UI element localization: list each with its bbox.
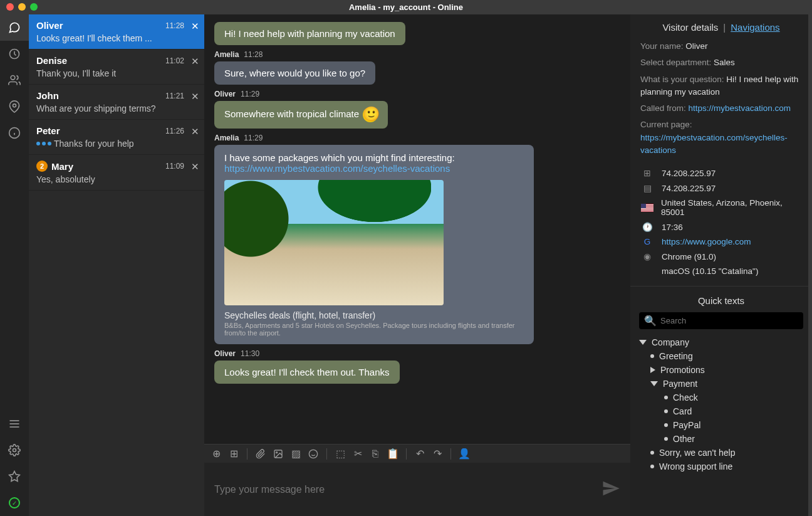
conversation-list: Oliver 11:28 ✕ Looks great! I'll check t… xyxy=(29,14,204,516)
message-meta: Amelia11:28 xyxy=(214,50,620,59)
conversation-preview: Thank you, I'll take it xyxy=(36,68,197,78)
ip-icon: ⊞ xyxy=(640,168,654,178)
visitor-host-row: ▤74.208.225.97 xyxy=(640,181,802,196)
redo-icon[interactable]: ↷ xyxy=(432,448,443,460)
flag-icon xyxy=(640,204,653,212)
qt-node-sorry[interactable]: Sorry, we can't help xyxy=(650,446,803,460)
visitor-called-from-row: Called from: https://mybestvacation.com xyxy=(640,102,802,115)
chat-icon[interactable] xyxy=(0,14,29,41)
conversation-item[interactable]: Peter 11:26 ✕ Thanks for your help xyxy=(29,120,204,155)
svg-point-2 xyxy=(13,104,16,107)
visitors-icon[interactable] xyxy=(0,67,29,93)
server-icon: ▤ xyxy=(640,183,654,193)
send-button[interactable] xyxy=(601,479,620,500)
clock-icon: 🕐 xyxy=(640,222,654,232)
link-preview-title: Seychelles deals (flight, hotel, transfe… xyxy=(224,310,524,320)
message-meta: Oliver11:29 xyxy=(214,90,620,98)
qt-node-payment[interactable]: Payment xyxy=(650,377,803,391)
qt-node-company[interactable]: Company xyxy=(639,335,803,349)
image-add-icon[interactable]: ▨ xyxy=(290,448,301,460)
visitor-time-row: 🕐17:36 xyxy=(640,219,802,234)
close-icon[interactable]: ✕ xyxy=(191,126,199,137)
navigations-link[interactable]: Navigations xyxy=(731,22,779,33)
qt-node-wrong[interactable]: Wrong support line xyxy=(650,460,803,473)
cut-icon[interactable]: ✂ xyxy=(352,448,363,460)
svg-point-9 xyxy=(13,449,16,452)
titlebar: Amelia - my_account - Online xyxy=(0,0,812,14)
qt-node-promotions[interactable]: Promotions xyxy=(650,363,803,377)
right-scrollbar[interactable] xyxy=(808,14,812,516)
close-icon[interactable]: ✕ xyxy=(191,21,199,32)
conversation-item[interactable]: Denise 11:02 ✕ Thank you, I'll take it xyxy=(29,50,204,85)
link-preview-description: B&Bs, Apartments and 5 star Hotels on Se… xyxy=(224,322,524,337)
svg-point-12 xyxy=(276,451,278,453)
conversation-name: 2Mary xyxy=(36,161,73,172)
conversation-preview: Yes, absolutely xyxy=(36,174,197,184)
quick-texts-search: 🔍 xyxy=(639,312,803,329)
attach-icon[interactable] xyxy=(255,448,266,460)
conversation-time: 11:09 xyxy=(165,162,184,171)
message-link[interactable]: https://www.mybestvacation.com/seychelle… xyxy=(224,163,450,174)
unread-badge: 2 xyxy=(36,161,48,172)
menu-icon[interactable] xyxy=(0,411,29,437)
close-icon[interactable]: ✕ xyxy=(191,91,199,102)
image-icon[interactable] xyxy=(273,448,284,460)
paste-icon[interactable]: 📋 xyxy=(387,448,398,460)
conversation-item[interactable]: John 11:21 ✕ What are your shipping term… xyxy=(29,85,204,120)
conversation-name: Oliver xyxy=(36,20,63,31)
close-icon[interactable]: ✕ xyxy=(191,161,199,172)
emoji-icon[interactable] xyxy=(308,448,319,460)
conversation-preview: Thanks for your help xyxy=(36,139,197,149)
conversation-preview: What are your shipping terms? xyxy=(36,103,197,113)
conversation-item[interactable]: Oliver 11:28 ✕ Looks great! I'll check t… xyxy=(29,14,204,50)
close-window-button[interactable] xyxy=(6,3,14,11)
qt-node-other[interactable]: Other xyxy=(664,432,803,446)
info-icon[interactable] xyxy=(0,120,29,146)
qt-node-check[interactable]: Check xyxy=(664,391,803,404)
link-preview-image xyxy=(224,180,444,305)
visitor-details-title: Visitor details xyxy=(662,22,718,33)
canned-icon[interactable]: ⊞ xyxy=(228,448,239,460)
copy-icon[interactable]: ⎘ xyxy=(370,448,381,460)
undo-icon[interactable]: ↶ xyxy=(414,448,425,460)
visitor-os-row: macOS (10.15 "Catalina") xyxy=(640,264,802,278)
qt-node-paypal[interactable]: PayPal xyxy=(664,418,803,432)
visitor-location-row: United States, Arizona, Phoenix, 85001 xyxy=(640,196,802,219)
message-text: I have some packages which you might fin… xyxy=(224,152,524,163)
message-input[interactable] xyxy=(214,484,601,495)
search-icon: 🔍 xyxy=(644,315,657,327)
message-bubble: Sure, where would you like to go? xyxy=(214,61,375,85)
cobrowse-icon[interactable]: 👤 xyxy=(459,448,470,460)
message-bubble: Looks great! I'll check them out. Thanks xyxy=(214,361,400,384)
conversation-time: 11:26 xyxy=(165,127,184,135)
typing-icon xyxy=(36,142,51,145)
close-icon[interactable]: ✕ xyxy=(191,56,199,67)
history-icon[interactable] xyxy=(0,41,29,67)
select-icon[interactable]: ⬚ xyxy=(335,448,346,460)
qt-node-greeting[interactable]: Greeting xyxy=(650,349,803,363)
conversation-item[interactable]: 2Mary 11:09 ✕ Yes, absolutely xyxy=(29,155,204,191)
visitor-ip-row: ⊞74.208.225.97 xyxy=(640,166,802,181)
right-panel: Visitor details | Navigations Your name:… xyxy=(630,14,812,516)
minimize-window-button[interactable] xyxy=(18,3,26,11)
canned-add-icon[interactable]: ⊕ xyxy=(211,448,222,460)
chrome-icon: ◉ xyxy=(640,251,654,261)
message-bubble: Hi! I need help with planning my vacatio… xyxy=(214,22,405,45)
visitor-browser-row: ◉Chrome (91.0) xyxy=(640,249,802,264)
input-area xyxy=(204,463,630,516)
maximize-window-button[interactable] xyxy=(30,3,38,11)
smiley-icon xyxy=(363,107,378,122)
google-icon: G xyxy=(640,237,654,246)
message-toolbar: ⊕ ⊞ ▨ ⬚ ✂ ⎘ 📋 ↶ ↷ 👤 xyxy=(204,444,630,463)
quick-texts-search-input[interactable] xyxy=(660,316,798,325)
star-icon[interactable] xyxy=(0,463,29,490)
status-icon[interactable] xyxy=(0,490,29,516)
message-meta: Amelia11:29 xyxy=(214,134,620,142)
qt-node-card[interactable]: Card xyxy=(664,404,803,418)
window-title: Amelia - my_account - Online xyxy=(349,3,463,12)
visitor-department-row: Select department: Sales xyxy=(640,56,802,69)
visitor-details-header: Visitor details | Navigations xyxy=(630,14,812,40)
location-icon[interactable] xyxy=(0,93,29,120)
settings-icon[interactable] xyxy=(0,437,29,463)
conversation-time: 11:21 xyxy=(165,92,184,100)
